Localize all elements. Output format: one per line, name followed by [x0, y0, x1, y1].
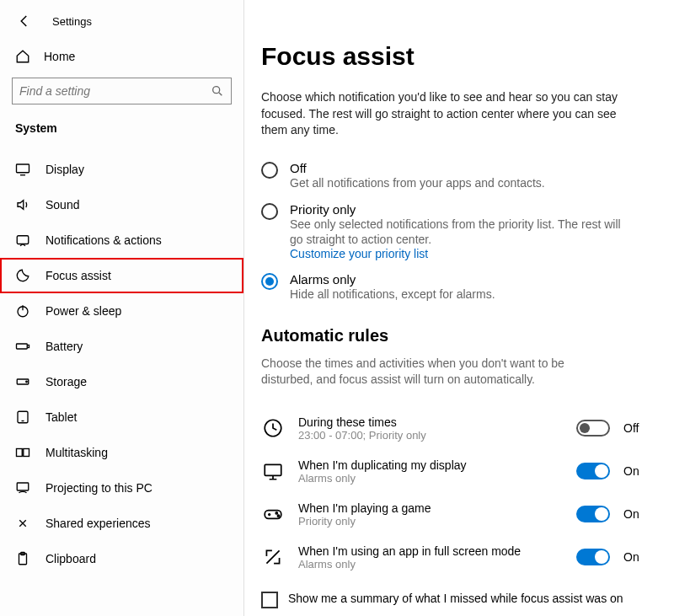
shared-icon	[15, 516, 30, 531]
rule-sub: Alarms only	[298, 558, 563, 570]
radio-icon	[261, 162, 278, 179]
sidebar-item-label: Clipboard	[45, 552, 96, 565]
battery-icon	[15, 339, 30, 354]
home-label: Home	[44, 50, 75, 63]
clock-icon	[261, 416, 285, 440]
page-title: Focus assist	[261, 42, 649, 71]
fullscreen-icon	[261, 545, 285, 569]
display-icon	[15, 162, 30, 177]
sidebar-item-label: Power & sleep	[45, 304, 121, 318]
radio-alarms[interactable]: Alarms only Hide all notifications, exce…	[261, 272, 649, 302]
sidebar-item-projecting[interactable]: Projecting to this PC	[0, 470, 243, 506]
sidebar-item-label: Projecting to this PC	[45, 481, 152, 495]
tablet-icon	[15, 410, 30, 425]
customize-priority-link[interactable]: Customize your priority list	[290, 247, 627, 260]
svg-rect-10	[24, 449, 29, 457]
rule-title: When I'm using an app in full screen mod…	[298, 544, 563, 558]
rule-title: When I'm playing a game	[298, 501, 563, 515]
section-label: System	[0, 116, 243, 152]
focus-assist-icon	[15, 268, 30, 283]
svg-rect-11	[17, 483, 29, 490]
sidebar-item-power[interactable]: Power & sleep	[0, 293, 243, 329]
sidebar-item-battery[interactable]: Battery	[0, 329, 243, 364]
search-icon	[211, 84, 224, 98]
sound-icon	[15, 197, 30, 212]
rule-times[interactable]: During these times 23:00 - 07:00; Priori…	[261, 407, 649, 450]
svg-rect-2	[17, 236, 29, 244]
storage-icon	[15, 374, 30, 389]
sidebar-item-label: Notifications & actions	[45, 233, 162, 247]
power-icon	[15, 303, 30, 319]
sidebar-item-focus-assist[interactable]: Focus assist	[0, 258, 243, 293]
radio-label: Alarms only	[290, 272, 495, 287]
svg-point-7	[26, 381, 28, 383]
home-link[interactable]: Home	[0, 40, 243, 78]
rule-playing-game[interactable]: When I'm playing a game Priority only On	[261, 493, 649, 536]
sidebar-item-label: Tablet	[45, 410, 77, 424]
svg-rect-4	[17, 344, 28, 349]
sidebar-item-label: Shared experiences	[45, 517, 151, 530]
radio-priority[interactable]: Priority only See only selected notifica…	[261, 202, 649, 260]
sidebar-item-label: Focus assist	[45, 269, 111, 282]
toggle[interactable]	[576, 420, 610, 437]
window-title: Settings	[52, 15, 92, 28]
clipboard-icon	[15, 551, 30, 566]
svg-point-18	[277, 515, 279, 517]
summary-checkbox-label: Show me a summary of what I missed while…	[288, 591, 623, 606]
sidebar-item-label: Battery	[45, 340, 83, 353]
projecting-icon	[15, 480, 30, 495]
search-input[interactable]	[12, 78, 232, 104]
sidebar-item-shared[interactable]: Shared experiences	[0, 506, 243, 541]
home-icon	[15, 49, 30, 64]
radio-sub: Get all notifications from your apps and…	[290, 175, 545, 190]
radio-sub: Hide all notifications, except for alarm…	[290, 287, 495, 302]
rule-duplicate-display[interactable]: When I'm duplicating my display Alarms o…	[261, 450, 649, 493]
content-pane: Focus assist Choose which notification y…	[244, 0, 674, 616]
sidebar-item-sound[interactable]: Sound	[0, 187, 243, 222]
sidebar-item-notifications[interactable]: Notifications & actions	[0, 222, 243, 258]
radio-icon	[261, 203, 278, 220]
toggle-label: Off	[623, 421, 649, 435]
rule-sub: 23:00 - 07:00; Priority only	[298, 429, 563, 442]
summary-checkbox-row[interactable]: Show me a summary of what I missed while…	[261, 591, 632, 608]
gamepad-icon	[261, 502, 285, 526]
sidebar-item-storage[interactable]: Storage	[0, 364, 243, 399]
rule-sub: Alarms only	[298, 472, 563, 485]
page-intro: Choose which notification you'd like to …	[261, 89, 632, 139]
radio-icon	[261, 273, 278, 290]
rule-sub: Priority only	[298, 515, 563, 528]
sidebar-item-label: Storage	[45, 375, 87, 388]
svg-point-0	[213, 87, 220, 94]
rule-fullscreen[interactable]: When I'm using an app in full screen mod…	[261, 536, 649, 579]
sidebar-item-label: Multitasking	[45, 446, 108, 459]
sidebar-item-clipboard[interactable]: Clipboard	[0, 541, 243, 576]
svg-rect-9	[17, 449, 23, 457]
search-field[interactable]	[19, 84, 211, 98]
svg-rect-15	[265, 465, 281, 476]
toggle[interactable]	[576, 463, 610, 479]
rule-title: When I'm duplicating my display	[298, 458, 563, 472]
multitasking-icon	[15, 445, 30, 460]
toggle-label: On	[623, 464, 649, 478]
sidebar-item-multitasking[interactable]: Multitasking	[0, 435, 243, 470]
toggle-label: On	[623, 507, 649, 521]
radio-label: Off	[290, 161, 545, 175]
radio-sub: See only selected notifications from the…	[290, 217, 627, 247]
monitor-icon	[261, 459, 285, 483]
sidebar-item-label: Sound	[45, 198, 79, 212]
sidebar-item-label: Display	[45, 163, 84, 176]
back-icon[interactable]	[17, 13, 32, 29]
sidebar-item-tablet[interactable]: Tablet	[0, 399, 243, 435]
svg-rect-1	[17, 164, 29, 173]
radio-off[interactable]: Off Get all notifications from your apps…	[261, 161, 649, 190]
toggle-label: On	[623, 550, 649, 564]
radio-label: Priority only	[290, 202, 627, 217]
rules-desc: Choose the times and activities when you…	[261, 356, 615, 388]
sidebar-item-display[interactable]: Display	[0, 152, 243, 187]
checkbox-icon	[261, 592, 278, 608]
rule-title: During these times	[298, 415, 563, 429]
toggle[interactable]	[576, 506, 610, 522]
notifications-icon	[15, 233, 30, 248]
svg-rect-5	[28, 345, 29, 348]
toggle[interactable]	[576, 549, 610, 565]
